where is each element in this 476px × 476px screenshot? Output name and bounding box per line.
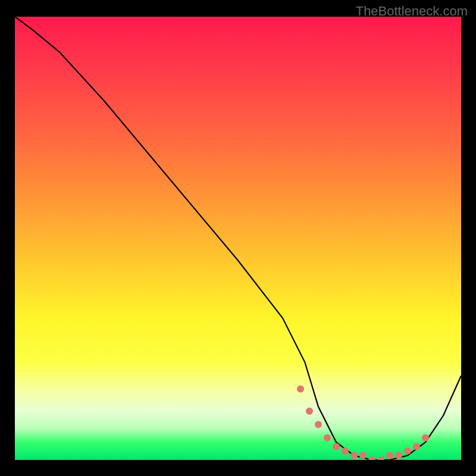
marker-dot xyxy=(377,456,384,460)
marker-dot xyxy=(297,386,304,393)
marker-dot xyxy=(306,408,313,415)
marker-dot xyxy=(395,452,402,459)
marker-dot xyxy=(315,421,322,428)
plot-area xyxy=(15,17,461,460)
marker-dot xyxy=(324,434,331,441)
bottleneck-curve-path xyxy=(15,17,461,460)
chart-container: TheBottleneck.com xyxy=(0,0,476,476)
marker-dot xyxy=(342,447,349,455)
marker-group xyxy=(297,386,429,460)
marker-dot xyxy=(386,452,393,459)
marker-dot xyxy=(422,434,429,441)
marker-dot xyxy=(404,447,411,455)
marker-dot xyxy=(359,452,367,459)
curve-svg xyxy=(15,17,461,460)
marker-dot xyxy=(350,452,358,459)
marker-dot xyxy=(333,443,340,450)
marker-dot xyxy=(368,456,375,460)
marker-dot xyxy=(413,443,420,450)
